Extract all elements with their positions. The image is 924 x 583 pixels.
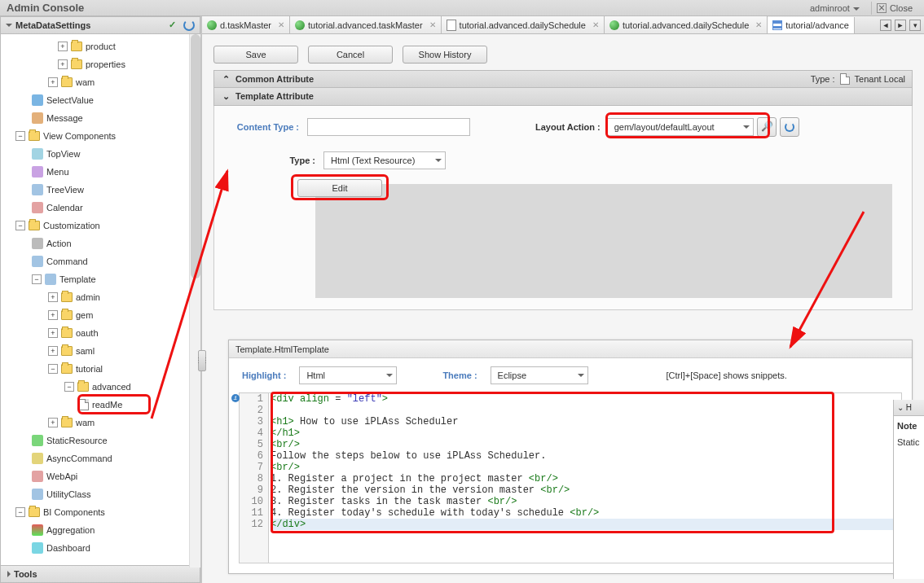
tab-0[interactable]: d.taskMaster✕	[202, 16, 290, 34]
async-icon	[32, 453, 43, 464]
scrollbar[interactable]	[189, 34, 200, 568]
tree-node-template[interactable]: −Template	[1, 270, 200, 288]
section-template-attribute[interactable]: ⌄Template Attribute	[213, 88, 913, 106]
edit-button[interactable]: Edit	[297, 179, 382, 197]
tab-close-icon[interactable]: ✕	[278, 20, 284, 29]
tree-node-dashboard[interactable]: Dashboard	[1, 539, 200, 557]
green-ball-icon	[207, 20, 217, 30]
tree-node-command[interactable]: Command	[1, 252, 200, 270]
tree-node-menu[interactable]: Menu	[1, 163, 200, 181]
tree-node-treeview[interactable]: TreeView	[1, 181, 200, 199]
tree-node-viewcomponents[interactable]: −View Components	[1, 127, 200, 145]
code-editor[interactable]: i1 23456789101112 <div align = "left"> <…	[239, 392, 902, 563]
folder-icon	[71, 42, 82, 51]
tree-node-advanced[interactable]: −advanced	[1, 378, 200, 396]
refresh-button[interactable]	[780, 117, 799, 137]
tree-node-selectvalue[interactable]: SelectValue	[1, 91, 200, 109]
type-label: Type :	[266, 156, 315, 165]
user-dropdown[interactable]: adminroot	[805, 2, 861, 15]
tab-3[interactable]: tutorial.advanced.dailySchedule✕	[605, 16, 768, 34]
tree-node-wam[interactable]: +wam	[1, 73, 200, 91]
tree-node-saml[interactable]: +saml	[1, 342, 200, 360]
type-select[interactable]: Html (Text Resource)	[323, 151, 446, 169]
search-icon	[761, 121, 772, 133]
web-icon	[32, 471, 43, 482]
tab-close-icon[interactable]: ✕	[755, 20, 762, 29]
select-icon	[32, 94, 43, 106]
tree-node-tutorial[interactable]: −tutorial	[1, 360, 200, 378]
editor-panel: Template.HtmlTemplate Highlight : Html T…	[228, 340, 913, 574]
view-icon	[32, 148, 43, 160]
tree-node-asynccommand[interactable]: AsyncCommand	[1, 449, 200, 467]
check-icon[interactable]	[169, 20, 180, 31]
tree-node-oauth[interactable]: +oauth	[1, 324, 200, 342]
refresh-icon[interactable]	[183, 20, 195, 31]
tree-node-calendar[interactable]: Calendar	[1, 199, 200, 217]
action-icon	[32, 238, 43, 249]
resource-icon	[32, 435, 43, 446]
tree-node-customization[interactable]: −Customization	[1, 217, 200, 235]
tab-4[interactable]: tutorial/advance	[768, 17, 855, 35]
search-button[interactable]	[757, 117, 777, 137]
snippet-header[interactable]: ⌄ H	[894, 400, 924, 416]
grid-icon	[772, 20, 782, 30]
template-form: Content Type : Layout Action : gem/layou…	[213, 106, 913, 310]
tab-menu-button[interactable]: ▾	[909, 20, 921, 31]
cancel-button[interactable]: Cancel	[308, 46, 393, 64]
editor-title: Template.HtmlTemplate	[229, 340, 912, 358]
tabs-bar: d.taskMaster✕ tutorial.advanced.taskMast…	[202, 16, 924, 34]
calendar-icon	[32, 202, 43, 213]
snippet-hint: [Ctrl]+[Space] shows snippets.	[667, 370, 787, 380]
tree-node-product[interactable]: +product	[1, 37, 200, 55]
highlight-select[interactable]: Html	[299, 366, 397, 384]
tree-node-admin[interactable]: +admin	[1, 288, 200, 306]
tree[interactable]: +product +properties +wam SelectValue Me…	[0, 34, 200, 565]
tab-prev-button[interactable]: ◄	[880, 20, 891, 31]
content-type-label: Content Type :	[234, 122, 299, 132]
tree-node-properties[interactable]: +properties	[1, 55, 200, 73]
tree-node-gem[interactable]: +gem	[1, 306, 200, 324]
tree-node-wam2[interactable]: +wam	[1, 414, 200, 432]
tree-node-webapi[interactable]: WebApi	[1, 467, 200, 485]
theme-label: Theme :	[442, 370, 477, 380]
tree-node-readme[interactable]: readMe	[1, 396, 200, 414]
content-type-input[interactable]	[307, 118, 470, 136]
sidebar-panel-header[interactable]: MetaDataSettings	[0, 16, 200, 34]
sidebar: MetaDataSettings +product +properties +w…	[0, 16, 202, 583]
chevron-down-icon	[6, 24, 12, 30]
tree-node-utilityclass[interactable]: UtilityClass	[1, 485, 200, 503]
expand-handle[interactable]: ⋮⋮	[198, 350, 206, 371]
tree-node-bicomponents[interactable]: −BI Components	[1, 503, 200, 521]
section-common-attribute[interactable]: ⌃Common Attribute Type :Tenant Local	[213, 70, 913, 88]
green-ball-icon	[295, 20, 305, 30]
close-button[interactable]: Close	[871, 2, 917, 15]
preview-area: Edit	[315, 184, 892, 298]
tree-node-message[interactable]: Message	[1, 109, 200, 127]
folder-icon	[61, 328, 73, 338]
folder-icon	[29, 221, 40, 230]
history-button[interactable]: Show History	[403, 46, 487, 64]
theme-select[interactable]: Eclipse	[491, 366, 588, 384]
folder-icon	[29, 131, 40, 141]
refresh-icon	[785, 122, 794, 132]
tree-node-action[interactable]: Action	[1, 235, 200, 252]
app-title: Admin Console	[7, 2, 84, 14]
tab-next-button[interactable]: ►	[895, 20, 906, 31]
folder-icon	[29, 507, 40, 517]
tree-icon	[32, 184, 43, 195]
util-icon	[32, 489, 43, 500]
folder-icon	[61, 346, 73, 356]
tab-2[interactable]: tutorial.advanced.dailySchedule✕	[442, 16, 605, 34]
tab-1[interactable]: tutorial.advanced.taskMaster✕	[290, 16, 442, 34]
highlight-label: Highlight :	[242, 370, 286, 380]
template-icon	[45, 274, 56, 285]
tree-node-staticresource[interactable]: StaticResource	[1, 432, 200, 449]
tools-panel-header[interactable]: Tools	[0, 565, 200, 583]
tab-close-icon[interactable]: ✕	[592, 20, 599, 29]
tree-node-topview[interactable]: TopView	[1, 145, 200, 163]
tree-node-aggregation[interactable]: Aggregation	[1, 521, 200, 539]
layout-action-select[interactable]: gem/layout/defaultLayout	[607, 118, 754, 136]
tab-close-icon[interactable]: ✕	[429, 20, 436, 29]
save-button[interactable]: Save	[213, 46, 298, 64]
info-icon: i	[231, 394, 240, 402]
